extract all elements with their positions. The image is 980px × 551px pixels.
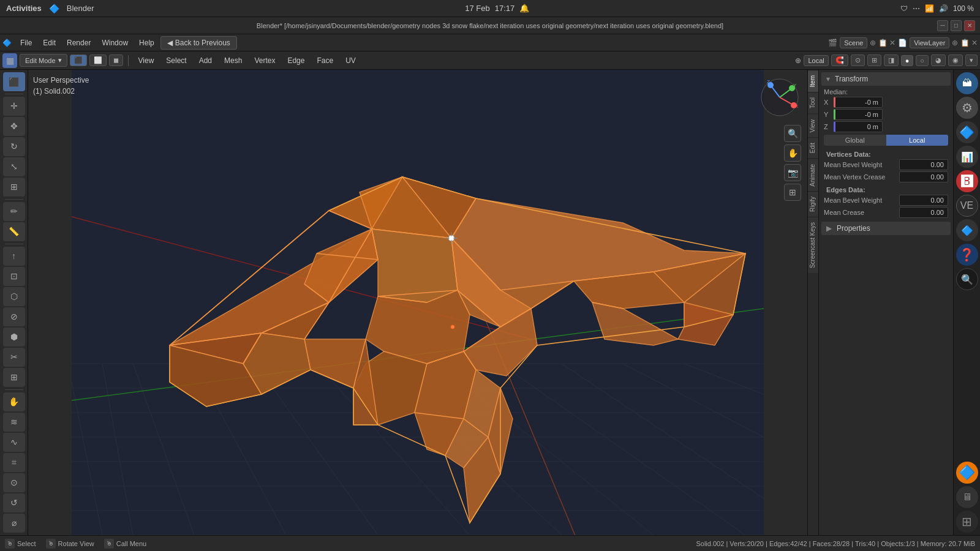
dock-icon-grid[interactable]: ⊞	[956, 511, 978, 533]
add-menu[interactable]: Add	[194, 54, 217, 67]
scene-selector[interactable]: Scene	[840, 37, 867, 48]
npanel-tab-view[interactable]: View	[808, 114, 818, 138]
local-btn[interactable]: Local	[886, 135, 949, 146]
view-menu[interactable]: View	[134, 54, 159, 67]
bevel-icon[interactable]: ⬡	[3, 287, 25, 306]
npanel-tab-item[interactable]: Item	[808, 70, 818, 92]
dock-icon-2[interactable]: ⚙	[956, 97, 978, 119]
select-tool-icon[interactable]: ⬛	[3, 72, 25, 91]
pan-btn[interactable]: ✋	[784, 144, 801, 162]
cursor-tool-icon[interactable]: ✛	[3, 97, 25, 116]
move-tool-icon[interactable]: ✥	[3, 117, 25, 136]
edge-select-btn[interactable]: ⬜	[89, 54, 107, 66]
dock-icon-screen[interactable]: 🖥	[956, 486, 978, 508]
mean-vertex-crease-row: Mean Vertex Crease 0.00	[821, 171, 951, 182]
dock-icon-4[interactable]: 📊	[956, 146, 978, 168]
menu-render[interactable]: Render	[62, 37, 96, 49]
transform-tool-icon[interactable]: ⊞	[3, 178, 25, 197]
dock-icon-7[interactable]: 🔷	[956, 219, 978, 241]
mesh-menu[interactable]: Mesh	[219, 54, 247, 67]
inset-icon[interactable]: ⊡	[3, 267, 25, 286]
transform-header[interactable]: ▾ Transform	[821, 72, 951, 86]
properties-header[interactable]: ▶ Properties	[821, 222, 951, 235]
npanel-tab-screencast[interactable]: Screencast Keys	[808, 217, 818, 273]
edges-mean-bevel-weight-value[interactable]: 0.00	[899, 195, 948, 206]
dock-icon-3[interactable]: 🔷	[956, 121, 978, 143]
window-title: Blender* [/home/jsinyard/Documents/blend…	[257, 22, 723, 29]
back-to-previous-button[interactable]: ◀ Back to Previous	[160, 36, 237, 50]
viewport-canvas[interactable]	[28, 70, 807, 535]
viewport[interactable]: User Perspective (1) Solid.002	[28, 70, 807, 535]
npanel-tab-edit[interactable]: Edit	[808, 137, 818, 158]
smooth-icon[interactable]: ≋	[3, 413, 25, 432]
npanel-tab-tool[interactable]: Tool	[808, 92, 818, 113]
face-select-btn[interactable]: ◼	[109, 54, 123, 66]
z-value-field[interactable]: 0 m	[834, 121, 883, 132]
mean-bevel-weight-row: Mean Bevel Weight 0.00	[821, 159, 951, 170]
y-value-field[interactable]: -0 m	[834, 109, 883, 120]
minimize-button[interactable]: ─	[937, 20, 948, 31]
transform-origin-selector[interactable]: Local	[804, 55, 828, 66]
grid-btn[interactable]: ⊞	[784, 184, 801, 201]
dock-icon-1[interactable]: 🏔	[956, 72, 978, 94]
x-value-field[interactable]: -0 m	[834, 97, 883, 108]
xray-btn[interactable]: ◨	[884, 54, 899, 66]
shading-wire-btn[interactable]: ○	[916, 55, 929, 66]
loop-cut-icon[interactable]: ⊘	[3, 307, 25, 326]
shading-options-btn[interactable]: ▾	[965, 54, 978, 66]
grab-icon[interactable]: ✋	[3, 392, 25, 411]
vertex-select-btn[interactable]: ⬛	[70, 54, 87, 66]
vertex-menu[interactable]: Vertex	[249, 54, 280, 67]
mean-crease-value[interactable]: 0.00	[899, 207, 948, 218]
rotate-tool-icon[interactable]: ↻	[3, 137, 25, 156]
dock-icon-blender[interactable]: 🔷	[956, 462, 978, 484]
annotate-icon[interactable]: ✏	[3, 202, 25, 221]
overlay-btn[interactable]: ⊞	[867, 54, 881, 66]
shrink-icon[interactable]: ⊙	[3, 473, 25, 492]
spin-icon[interactable]: ↺	[3, 493, 25, 512]
svg-point-82	[450, 236, 453, 240]
relax-icon[interactable]: ∿	[3, 433, 25, 452]
snapping-selector[interactable]: 🧲	[831, 54, 848, 66]
face-menu[interactable]: Face	[312, 54, 338, 67]
knife-icon[interactable]: ✂	[3, 348, 25, 367]
battery-label: 100 %	[953, 4, 974, 13]
edge-menu[interactable]: Edge	[282, 54, 309, 67]
menu-edit[interactable]: Edit	[38, 37, 61, 49]
mean-crease-row: Mean Crease 0.00	[821, 207, 951, 218]
mean-bevel-weight-value[interactable]: 0.00	[899, 159, 948, 170]
activities-label[interactable]: Activities	[6, 4, 42, 13]
call-menu-icon: 🖱	[104, 539, 114, 549]
select-menu[interactable]: Select	[161, 54, 191, 67]
viewlayer-selector[interactable]: ViewLayer	[910, 37, 949, 48]
menu-window[interactable]: Window	[97, 37, 133, 49]
npanel-tab-animate[interactable]: Animate	[808, 159, 818, 192]
shading-material-btn[interactable]: ◕	[931, 54, 946, 66]
dock-icon-6[interactable]: VE	[956, 195, 978, 217]
dock-icon-9[interactable]: 🔍	[956, 268, 978, 290]
dock-icon-5[interactable]: 🅱	[956, 170, 978, 192]
uv-menu[interactable]: UV	[341, 54, 361, 67]
close-button[interactable]: ✕	[964, 20, 975, 31]
extrude-icon[interactable]: ↑	[3, 247, 25, 266]
shear-icon[interactable]: ⌗	[3, 453, 25, 472]
offset-edge-icon[interactable]: ⬢	[3, 328, 25, 347]
scale-tool-icon[interactable]: ⤡	[3, 157, 25, 176]
measure-icon[interactable]: 📏	[3, 222, 25, 241]
proportional-edit-btn[interactable]: ⊙	[851, 54, 865, 66]
shading-solid-btn[interactable]: ●	[901, 55, 914, 66]
menu-file[interactable]: File	[15, 37, 37, 49]
warp-icon[interactable]: ⌀	[3, 514, 25, 533]
menu-help[interactable]: Help	[134, 37, 159, 49]
shading-render-btn[interactable]: ◉	[948, 54, 963, 66]
maximize-button[interactable]: □	[951, 20, 962, 31]
global-btn[interactable]: Global	[824, 135, 886, 146]
edit-mode-selector[interactable]: Edit Mode ▾	[20, 54, 67, 67]
mean-vertex-crease-value[interactable]: 0.00	[899, 171, 948, 182]
viewport-gizmo[interactable]: Z Y X	[758, 76, 801, 119]
npanel-tab-rigify[interactable]: Rigify	[808, 191, 818, 217]
dock-icon-8[interactable]: ❓	[956, 244, 978, 266]
zoom-in-btn[interactable]: 🔍	[784, 125, 801, 142]
camera-btn[interactable]: 📷	[784, 164, 801, 181]
bisect-icon[interactable]: ⊞	[3, 368, 25, 387]
